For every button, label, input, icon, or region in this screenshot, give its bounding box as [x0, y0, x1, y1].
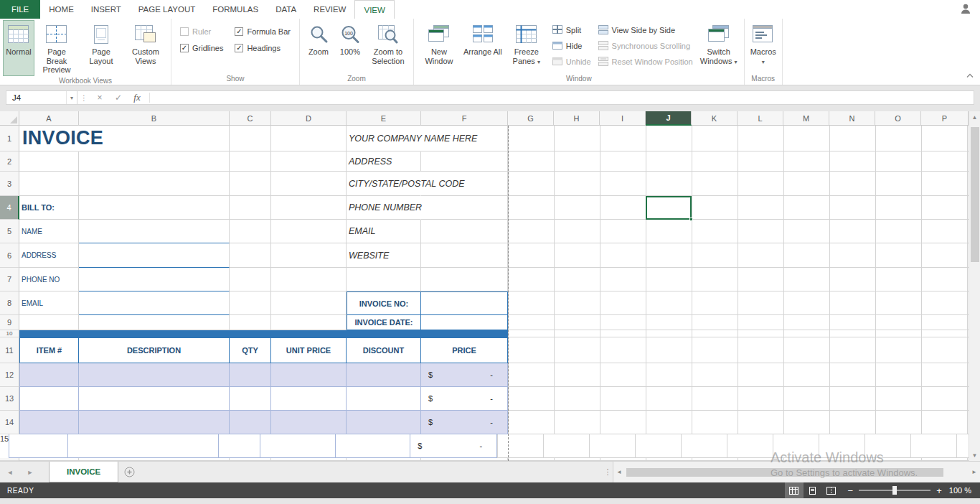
cell-A7-phone-label[interactable]: PHONE NO — [19, 268, 79, 291]
cell-price[interactable]: $- — [410, 434, 497, 458]
cell[interactable] — [19, 151, 79, 172]
column-header-L[interactable]: L — [738, 111, 783, 126]
column-header-H[interactable]: H — [554, 111, 600, 126]
hide-button[interactable]: Hide — [549, 38, 595, 54]
cell[interactable] — [421, 268, 508, 291]
column-header-J-selected[interactable]: J — [646, 111, 692, 126]
cell[interactable] — [230, 268, 271, 291]
cell-E9-invoice-date-label[interactable]: INVOICE DATE: — [347, 315, 421, 330]
row-header-7[interactable]: 7 — [0, 268, 19, 291]
unhide-button[interactable]: Unhide — [549, 54, 595, 70]
cell[interactable] — [271, 196, 347, 220]
cell[interactable] — [19, 411, 79, 434]
column-header-D[interactable]: D — [271, 111, 347, 126]
cell[interactable] — [79, 172, 230, 196]
normal-view-button[interactable]: Normal — [3, 20, 34, 76]
cell[interactable] — [421, 126, 508, 151]
cell[interactable] — [271, 458, 347, 461]
fill-handle[interactable] — [689, 218, 693, 221]
zoom-button[interactable]: Zoom — [303, 20, 334, 74]
page-break-preview-button[interactable]: Page Break Preview — [34, 20, 79, 76]
reset-window-position-button[interactable]: Reset Window Position — [595, 54, 697, 70]
tab-insert[interactable]: INSERT — [83, 0, 130, 19]
zoom-to-selection-button[interactable]: Zoom to Selection — [366, 20, 410, 74]
cell-F8-invoice-no-value[interactable] — [421, 291, 508, 315]
new-window-button[interactable]: New Window — [417, 20, 461, 74]
new-sheet-button[interactable] — [118, 462, 140, 482]
cell[interactable] — [230, 387, 271, 411]
cell[interactable] — [230, 315, 271, 330]
next-sheet-icon[interactable]: ► — [20, 462, 40, 482]
cell[interactable] — [230, 363, 271, 387]
cell-E3-company-city[interactable]: CITY/STATE/POSTAL CODE — [347, 172, 421, 196]
cell[interactable] — [79, 151, 230, 172]
gridlines-checkbox[interactable]: ✓ Gridlines — [180, 44, 223, 52]
zoom-level[interactable]: 100 % — [949, 486, 980, 495]
column-header-A[interactable]: A — [19, 111, 79, 126]
zoom-slider[interactable] — [859, 490, 930, 491]
cell[interactable] — [68, 434, 219, 458]
column-header-C[interactable]: C — [230, 111, 271, 126]
tab-formulas[interactable]: FORMULAS — [204, 0, 267, 19]
vertical-scrollbar[interactable]: ▲ ▼ — [969, 111, 980, 461]
cell[interactable] — [271, 151, 347, 172]
cell-A8-email-label[interactable]: EMAIL — [19, 291, 79, 315]
headings-checkbox[interactable]: ✓ Headings — [235, 44, 291, 52]
cell[interactable] — [79, 411, 230, 434]
column-header-N[interactable]: N — [829, 111, 875, 126]
cell-E5-company-email[interactable]: EMAIL — [347, 220, 421, 243]
cell[interactable] — [271, 243, 347, 268]
cell[interactable] — [347, 411, 421, 434]
cell-B7-phone-blank[interactable] — [79, 268, 230, 291]
cell[interactable] — [421, 196, 508, 220]
cell-A1-invoice-title[interactable]: INVOICE — [19, 126, 79, 151]
cell[interactable] — [271, 315, 347, 330]
cell-E4-company-phone[interactable]: PHONE NUMBER — [347, 196, 421, 220]
row-header-4-selected[interactable]: 4 — [0, 196, 19, 220]
zoom-out-button[interactable]: − — [848, 485, 854, 496]
cell[interactable] — [19, 387, 79, 411]
cell[interactable] — [421, 151, 508, 172]
cell[interactable] — [271, 172, 347, 196]
cell-E1-company-name[interactable]: YOUR COMPANY NAME HERE — [347, 126, 421, 151]
row-header-5[interactable]: 5 — [0, 220, 19, 243]
row-header-14[interactable]: 14 — [0, 411, 19, 434]
header-cell-price[interactable]: PRICE — [421, 337, 508, 363]
cell[interactable] — [79, 458, 230, 461]
scroll-left-icon[interactable]: ◄ — [613, 469, 625, 475]
cell[interactable] — [79, 363, 230, 387]
header-cell-item[interactable]: ITEM # — [19, 337, 79, 363]
cancel-entry-button[interactable]: × — [90, 93, 109, 103]
cell-B5-name-blank[interactable] — [79, 220, 230, 243]
column-header-M[interactable]: M — [783, 111, 829, 126]
cell-E8-invoice-no-label[interactable]: INVOICE NO: — [347, 291, 421, 315]
tab-splitter-handle[interactable]: ⋮ — [603, 462, 613, 482]
page-layout-view-button[interactable]: Page Layout — [79, 20, 123, 76]
cell[interactable] — [271, 411, 347, 434]
row-header-8[interactable]: 8 — [0, 291, 19, 315]
cell[interactable] — [347, 458, 421, 461]
cell-price[interactable]: $- — [421, 387, 508, 411]
cell[interactable] — [271, 291, 347, 315]
tab-view[interactable]: VIEW — [354, 0, 394, 19]
tab-home[interactable]: HOME — [40, 0, 83, 19]
name-box[interactable]: J4 ▾ — [6, 90, 77, 105]
cell[interactable] — [230, 243, 271, 268]
previous-sheet-icon[interactable]: ◄ — [0, 462, 20, 482]
active-cell-J4[interactable] — [646, 196, 692, 220]
cell[interactable] — [230, 151, 271, 172]
row-header-10[interactable]: 10 — [0, 330, 19, 337]
row-header-11[interactable]: 11 — [0, 337, 19, 363]
cell-price[interactable]: $- — [421, 411, 508, 434]
switch-windows-button[interactable]: Switch Windows ▾ — [697, 20, 741, 74]
column-header-F[interactable]: F — [421, 111, 508, 126]
column-header-P[interactable]: P — [921, 111, 969, 126]
tab-file[interactable]: FILE — [0, 0, 40, 19]
select-all-corner[interactable] — [0, 111, 19, 126]
synchronous-scrolling-button[interactable]: Synchronous Scrolling — [595, 38, 697, 54]
cell[interactable] — [230, 411, 271, 434]
cell[interactable] — [79, 315, 230, 330]
cell[interactable] — [230, 458, 271, 461]
cell-B8-email-blank[interactable] — [79, 291, 230, 315]
tab-review[interactable]: REVIEW — [305, 0, 354, 19]
